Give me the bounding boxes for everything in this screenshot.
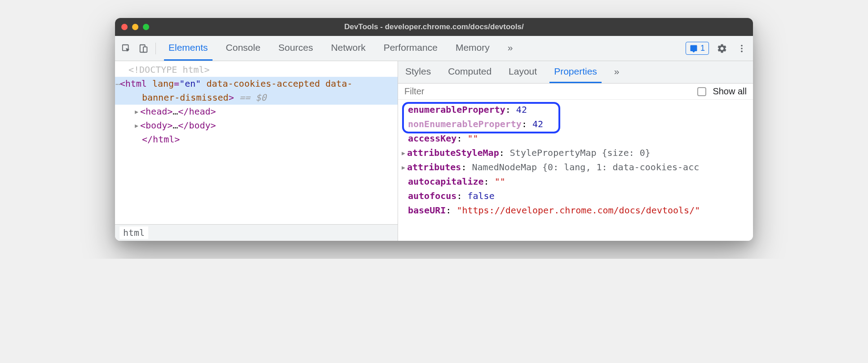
titlebar: DevTools - developer.chrome.com/docs/dev…: [115, 18, 753, 36]
minimize-button[interactable]: [132, 24, 138, 30]
properties-list[interactable]: enumerableProperty: 42nonEnumerablePrope…: [398, 100, 753, 241]
property-row[interactable]: nonEnumerableProperty: 42: [398, 117, 753, 131]
tab-properties[interactable]: Properties: [549, 61, 602, 83]
issues-icon: [690, 44, 698, 53]
svg-point-3: [741, 44, 743, 46]
tab-performance[interactable]: Performance: [379, 36, 442, 61]
sub-tabs: Styles Computed Layout Properties »: [398, 61, 753, 84]
property-name: accessKey: [408, 133, 456, 144]
tab-console[interactable]: Console: [221, 36, 265, 61]
dom-html-open[interactable]: ···<html lang="en" data-cookies-accepted…: [115, 77, 398, 91]
filter-row: Show all: [398, 84, 753, 100]
show-all-label: Show all: [713, 86, 747, 97]
property-value: 42: [516, 104, 527, 115]
tab-network[interactable]: Network: [327, 36, 370, 61]
dom-head[interactable]: ▸<head>…</head>: [115, 105, 398, 119]
show-all-checkbox[interactable]: [697, 87, 706, 96]
property-value: "": [467, 133, 478, 144]
svg-point-4: [741, 48, 743, 49]
dom-doctype[interactable]: <!DOCTYPE html>: [115, 63, 398, 77]
sidebar-panel: Styles Computed Layout Properties » Show…: [398, 61, 753, 241]
sub-tabs-overflow[interactable]: »: [610, 61, 624, 83]
property-name: attributeStyleMap: [407, 147, 499, 158]
close-button[interactable]: [121, 24, 128, 30]
devtools-window: DevTools - developer.chrome.com/docs/dev…: [115, 18, 753, 241]
property-name: autofocus: [408, 190, 456, 201]
toolbar-divider: [155, 43, 156, 54]
svg-point-5: [741, 50, 743, 52]
main-tabs: Elements Console Sources Network Perform…: [164, 36, 517, 61]
tab-layout[interactable]: Layout: [504, 61, 541, 83]
maximize-button[interactable]: [143, 24, 149, 30]
property-row[interactable]: baseURI: "https://developer.chrome.com/d…: [398, 203, 753, 217]
inspect-icon[interactable]: [120, 42, 133, 55]
property-row[interactable]: autocapitalize: "": [398, 174, 753, 189]
window-title: DevTools - developer.chrome.com/docs/dev…: [121, 22, 747, 31]
settings-icon[interactable]: [715, 42, 729, 55]
toolbar-right: 1: [686, 42, 748, 55]
elements-panel: <!DOCTYPE html> ···<html lang="en" data-…: [115, 61, 398, 241]
filter-input[interactable]: [404, 86, 691, 97]
tab-elements[interactable]: Elements: [164, 36, 213, 61]
more-icon[interactable]: [735, 42, 748, 55]
property-value: false: [467, 190, 494, 201]
property-row[interactable]: enumerableProperty: 42: [398, 102, 753, 117]
breadcrumb[interactable]: html: [115, 224, 398, 241]
panels: <!DOCTYPE html> ···<html lang="en" data-…: [115, 61, 753, 241]
issues-count: 1: [700, 44, 705, 53]
property-row[interactable]: ▸attributeStyleMap: StylePropertyMap {si…: [398, 146, 753, 160]
property-value: 42: [532, 119, 543, 129]
tab-sources[interactable]: Sources: [274, 36, 318, 61]
property-row[interactable]: ▸attributes: NamedNodeMap {0: lang, 1: d…: [398, 160, 753, 174]
main-tabs-overflow[interactable]: »: [503, 36, 518, 61]
property-value: "https://developer.chrome.com/docs/devto…: [456, 205, 700, 216]
dom-tree[interactable]: <!DOCTYPE html> ···<html lang="en" data-…: [115, 61, 398, 224]
main-toolbar: Elements Console Sources Network Perform…: [115, 36, 753, 61]
property-name: autocapitalize: [408, 176, 484, 187]
device-toggle-icon[interactable]: [137, 42, 150, 55]
property-name: attributes: [407, 162, 461, 173]
property-row[interactable]: autofocus: false: [398, 189, 753, 203]
svg-rect-2: [143, 47, 147, 52]
dom-html-open-cont[interactable]: banner-dismissed> == $0: [115, 91, 398, 105]
property-value: NamedNodeMap {0: lang, 1: data-cookies-a…: [472, 162, 700, 173]
property-name: baseURI: [408, 205, 446, 216]
property-value: "": [495, 176, 505, 187]
tab-memory[interactable]: Memory: [451, 36, 494, 61]
property-row[interactable]: accessKey: "": [398, 131, 753, 146]
property-value: StylePropertyMap {size: 0}: [510, 147, 651, 158]
dom-html-close[interactable]: </html>: [115, 133, 398, 146]
dom-body[interactable]: ▸<body>…</body>: [115, 119, 398, 133]
property-name: enumerableProperty: [408, 104, 505, 115]
tab-computed[interactable]: Computed: [443, 61, 496, 83]
tab-styles[interactable]: Styles: [401, 61, 435, 83]
window-controls: [121, 24, 149, 30]
property-name: nonEnumerableProperty: [408, 119, 522, 129]
issues-badge[interactable]: 1: [686, 42, 709, 55]
